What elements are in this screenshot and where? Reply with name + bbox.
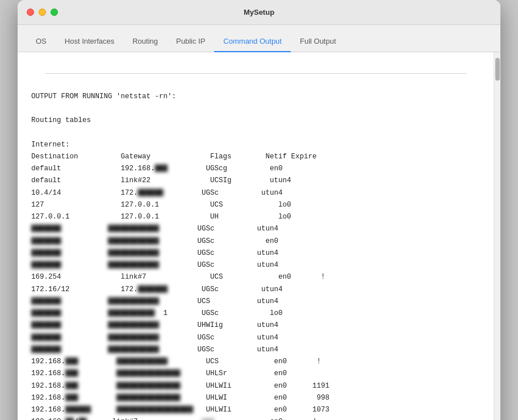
tab-host-interfaces[interactable]: Host Interfaces [56, 31, 123, 52]
minimize-button[interactable] [39, 9, 46, 16]
tab-public-ip[interactable]: Public IP [167, 31, 214, 52]
traffic-lights [27, 9, 58, 16]
tab-routing[interactable]: Routing [123, 31, 167, 52]
app-window: MySetup OS Host Interfaces Routing Publi… [18, 0, 500, 420]
scrollbar-area: OUTPUT FROM RUNNING 'netstat -rn': Routi… [18, 52, 500, 420]
terminal-output[interactable]: OUTPUT FROM RUNNING 'netstat -rn': Routi… [18, 52, 494, 420]
tab-command-output[interactable]: Command Output [214, 31, 291, 52]
scrollbar-thumb[interactable] [495, 58, 500, 81]
close-button[interactable] [27, 9, 34, 16]
window-title: MySetup [244, 8, 274, 16]
content-area: OUTPUT FROM RUNNING 'netstat -rn': Routi… [18, 52, 500, 420]
tab-os[interactable]: OS [27, 31, 56, 52]
tab-full-output[interactable]: Full Output [291, 31, 345, 52]
scrollbar-track[interactable] [494, 52, 500, 420]
maximize-button[interactable] [51, 9, 58, 16]
tabbar: OS Host Interfaces Routing Public IP Com… [18, 25, 500, 52]
titlebar: MySetup [18, 0, 500, 25]
